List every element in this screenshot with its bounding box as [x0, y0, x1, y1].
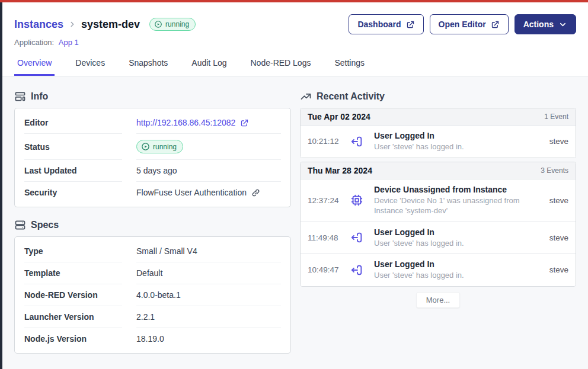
node-red-version-value: 4.0.0-beta.1	[136, 290, 181, 300]
tab-audit-log[interactable]: Audit Log	[188, 54, 229, 76]
specs-row-template: Template Default	[24, 262, 281, 284]
server-icon	[14, 219, 26, 231]
info-section-title: Info	[31, 91, 48, 102]
editor-url-link[interactable]: http://192.168.86.45:12082	[136, 118, 235, 127]
info-row-editor: Editor http://192.168.86.45:12082	[24, 112, 281, 134]
security-value: FlowFuse User Authentication	[136, 188, 247, 197]
nodejs-version-value: 18.19.0	[136, 334, 164, 344]
launcher-version-value: 2.2.1	[136, 312, 155, 322]
tab-snapshots[interactable]: Snapshots	[126, 54, 171, 76]
event-title: User Logged In	[374, 259, 539, 269]
info-row-security: Security FlowFuse User Authentication	[24, 182, 281, 203]
activity-group: Thu Mar 28 2024 3 Events 12:37:24 Device…	[300, 162, 576, 287]
link-icon	[251, 188, 260, 197]
specs-label: Node.js Version	[24, 328, 122, 349]
info-card: Editor http://192.168.86.45:12082 Status…	[14, 108, 291, 207]
application-label: Application:	[14, 38, 54, 47]
event-time: 10:49:47	[308, 265, 344, 274]
info-label: Last Updated	[24, 160, 122, 182]
more-button[interactable]: More...	[416, 292, 460, 308]
activity-group: Tue Apr 02 2024 1 Event 10:21:12 User Lo…	[300, 108, 576, 158]
page-title: system-dev	[81, 18, 140, 31]
actions-button[interactable]: Actions	[514, 14, 576, 34]
specs-row-node-red-version: Node-RED Version 4.0.0-beta.1	[24, 284, 281, 306]
status-badge-label: running	[165, 20, 189, 28]
event-user: steve	[545, 265, 568, 274]
tab-bar: Overview Devices Snapshots Audit Log Nod…	[14, 54, 576, 76]
info-row-status: Status running	[24, 134, 281, 160]
activity-group-header: Thu Mar 28 2024 3 Events	[301, 162, 576, 179]
specs-label: Template	[24, 262, 122, 284]
status-badge: running	[136, 140, 183, 153]
open-editor-button-label: Open Editor	[439, 20, 486, 29]
activity-group-header: Tue Apr 02 2024 1 Event	[301, 108, 576, 126]
activity-section-heading: Recent Activity	[300, 91, 576, 102]
info-label: Editor	[24, 112, 122, 134]
specs-row-type: Type Small / Small V4	[24, 240, 281, 262]
specs-row-nodejs-version: Node.js Version 18.19.0	[24, 328, 281, 349]
play-circle-icon	[141, 142, 150, 151]
tab-devices[interactable]: Devices	[72, 54, 108, 76]
specs-label: Node-RED Version	[24, 284, 122, 306]
event-description: User 'steve' has logged in.	[374, 142, 539, 152]
type-value: Small / Small V4	[136, 246, 197, 256]
application-line: Application: App 1	[14, 38, 576, 47]
event-title: User Logged In	[374, 227, 539, 237]
event-user: steve	[545, 233, 568, 242]
event-title: Device Unassigned from Instance	[374, 185, 539, 194]
login-icon	[350, 135, 368, 148]
tab-settings[interactable]: Settings	[331, 54, 368, 76]
template-icon	[14, 91, 26, 102]
specs-card: Type Small / Small V4 Template Default N…	[14, 236, 291, 354]
status-badge-label: running	[153, 143, 177, 151]
event-time: 11:49:48	[308, 233, 344, 242]
activity-section-title: Recent Activity	[317, 91, 385, 102]
open-editor-button[interactable]: Open Editor	[430, 14, 509, 34]
activity-event-row: 10:49:47 User Logged In User 'steve' has…	[301, 254, 576, 286]
event-user: steve	[545, 196, 568, 205]
specs-label: Type	[24, 240, 122, 262]
event-time: 12:37:24	[308, 196, 344, 205]
activity-group-count: 3 Events	[541, 166, 568, 175]
trending-up-icon	[300, 91, 312, 102]
actions-button-label: Actions	[523, 20, 554, 29]
tab-overview[interactable]: Overview	[14, 54, 55, 76]
activity-group-date: Thu Mar 28 2024	[308, 166, 372, 175]
event-title: User Logged In	[374, 131, 539, 140]
specs-row-launcher-version: Launcher Version 2.2.1	[24, 306, 281, 328]
event-description: Device 'Device No 1' was unassigned from…	[374, 195, 539, 216]
specs-section-title: Specs	[31, 220, 59, 230]
event-description: User 'steve' has logged in.	[374, 270, 539, 281]
chip-icon	[350, 194, 368, 207]
event-user: steve	[545, 137, 568, 146]
dashboard-button[interactable]: Dashboard	[349, 14, 423, 34]
activity-event-row: 10:21:12 User Logged In User 'steve' has…	[301, 126, 576, 158]
activity-group-date: Tue Apr 02 2024	[308, 112, 370, 121]
template-value: Default	[136, 268, 162, 278]
breadcrumb-instances-link[interactable]: Instances	[14, 18, 63, 31]
event-description: User 'steve' has logged in.	[374, 238, 539, 249]
dashboard-button-label: Dashboard	[357, 20, 401, 29]
application-link[interactable]: App 1	[59, 38, 79, 47]
info-label: Status	[24, 134, 122, 160]
info-label: Security	[24, 182, 122, 203]
chevron-down-icon	[558, 20, 567, 29]
last-updated-value: 5 days ago	[136, 166, 177, 175]
chevron-right-icon	[68, 20, 76, 28]
status-badge: running	[149, 18, 196, 31]
external-link-icon	[491, 20, 500, 29]
activity-event-row: 11:49:48 User Logged In User 'steve' has…	[301, 222, 576, 254]
activity-group-count: 1 Event	[544, 113, 568, 121]
info-row-last-updated: Last Updated 5 days ago	[24, 160, 281, 182]
external-link-icon	[240, 118, 249, 127]
login-icon	[350, 231, 368, 244]
specs-section-heading: Specs	[14, 219, 291, 231]
breadcrumb: Instances system-dev	[14, 18, 140, 31]
page-header: Instances system-dev running Dashboard	[2, 2, 588, 76]
login-icon	[350, 264, 368, 277]
event-time: 10:21:12	[308, 137, 344, 146]
tab-node-red-logs[interactable]: Node-RED Logs	[248, 54, 314, 76]
specs-label: Launcher Version	[24, 306, 122, 328]
activity-event-row: 12:37:24 Device Unassigned from Instance…	[301, 179, 576, 222]
info-section-heading: Info	[14, 91, 291, 102]
